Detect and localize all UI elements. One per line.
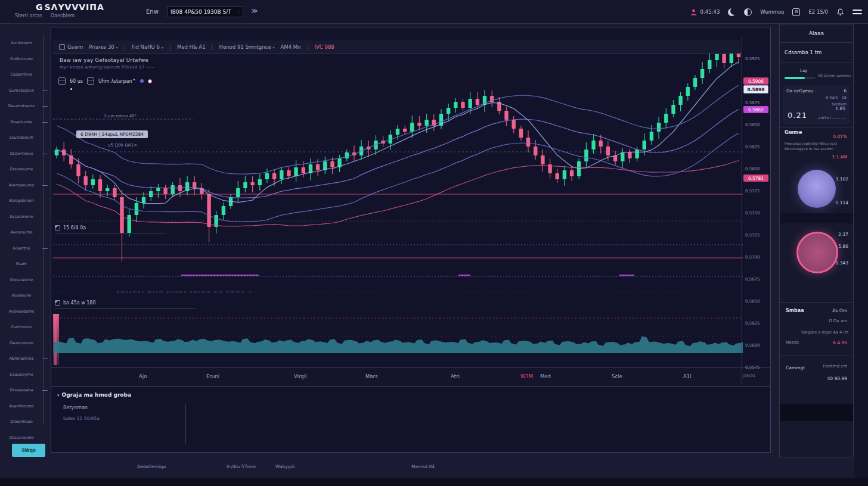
footer-link[interactable]: AedaGemiga — [137, 464, 166, 469]
time-axis-label[interactable]: Mars — [365, 373, 377, 379]
rail-item[interactable]: Casperteve — [0, 72, 43, 77]
time-axis-label[interactable]: A1l — [683, 373, 692, 379]
toolbar-item[interactable]: AM4 Mn — [281, 44, 301, 50]
toolbar-item[interactable]: IVC 988 — [315, 44, 334, 50]
symbol-search-input[interactable]: IB08 4P&50 1930B S/T : — [167, 6, 243, 17]
rail-item[interactable]: Aeowardame — [0, 309, 43, 314]
rail-item[interactable]: Ieyoseyne — [0, 293, 43, 298]
badge-icon[interactable]: G — [792, 8, 800, 16]
rail-item[interactable]: Gxeseaotne — [0, 278, 43, 283]
price-axis-label: 0.5725 — [745, 233, 760, 238]
rail-item[interactable]: Awcanuime — [0, 230, 43, 235]
symbol-search-label: Enw — [146, 8, 159, 15]
toolbar-item[interactable]: Med H& A1 — [177, 44, 206, 50]
rail-item[interactable]: Aeamtrecme — [0, 404, 43, 409]
pink-gauge-value-2: 5.86 — [838, 244, 848, 249]
candlestick-chart[interactable] — [53, 36, 743, 365]
toolbar-item[interactable]: Fid NaHU 6▾ — [132, 44, 163, 50]
indicator-icon-2[interactable] — [87, 77, 94, 85]
time-axis[interactable]: AjoEruniVirgilMarsAtriW7MMedScleA1lJ05/0… — [51, 367, 770, 387]
indicator-label-2: Ufim λstarpan^ — [98, 79, 136, 84]
symbol-search-value: IB08 4P&50 1930B S/T — [170, 9, 231, 15]
rail-item[interactable]: Csetmeute — [0, 325, 43, 330]
chart-tooltip-line2: u5 [J9k 0A1> — [108, 142, 138, 148]
moon-icon[interactable] — [728, 8, 736, 16]
watch-label[interactable]: Wemmoe — [760, 9, 784, 15]
rail-item[interactable]: Esam — [0, 261, 43, 267]
rail-item[interactable]: Orsoweume — [0, 167, 43, 172]
right-sidebar: Alaaa Cdsamba 1 tm Lay A0 Gcmm awsmcs Ga… — [779, 24, 854, 457]
purple-gauge[interactable] — [798, 170, 836, 208]
rail-item[interactable]: Ocowrteove — [0, 151, 43, 157]
sidebar-stat-card[interactable]: Ga ozGyeau 6 9 4am 18 berdam 0.21 1.85 +… — [783, 85, 850, 124]
rail-item[interactable]: Ownecaiene — [0, 341, 43, 346]
price-axis-label: 0.5925 — [745, 57, 760, 61]
toolbar-divider: | — [169, 44, 171, 50]
time-axis-label[interactable]: Atri — [451, 373, 460, 379]
rail-item[interactable]: Leurebsovm — [0, 135, 43, 141]
rail-item[interactable]: Abmnachrea — [0, 356, 43, 362]
user-icon[interactable] — [690, 8, 698, 16]
kebab-menu-icon[interactable]: : — [238, 9, 240, 15]
purple-gauge-value-1: 3.102 — [836, 176, 848, 182]
rail-item[interactable]: Oceasssaba — [0, 388, 43, 393]
indicator-icon-1[interactable] — [58, 77, 66, 85]
time-axis-label[interactable]: Med — [540, 373, 551, 379]
rail-item[interactable]: Pesatturme — [0, 120, 43, 125]
rail-item[interactable]: Dwumetrame — [0, 104, 43, 109]
progress-bar — [785, 77, 816, 79]
rail-item[interactable]: Gcsoetreme — [0, 214, 43, 220]
rail-item[interactable]: Bsrogdenam — [0, 198, 43, 204]
nav-link-1[interactable]: Sterri orcas — [15, 13, 42, 18]
orders-section-title: Smbaa — [786, 308, 804, 313]
bell-icon[interactable] — [836, 8, 844, 16]
divider — [780, 42, 853, 43]
time-axis-label[interactable]: W7M — [520, 373, 533, 379]
time-axis-label[interactable]: Ajo — [139, 373, 147, 379]
bottom-panel-header[interactable]: ▾Ograja ma hmed groba — [57, 392, 131, 398]
rail-item[interactable]: Ivlaettne — [0, 246, 43, 251]
rail-item[interactable]: Gumebssove — [0, 88, 43, 94]
footer-link[interactable]: Mamsd 04 — [411, 464, 435, 469]
sidebar-footer-slot[interactable] — [780, 404, 853, 421]
rail-item[interactable]: Aremateume — [0, 183, 43, 188]
session-time-text: 0:45:43 — [700, 9, 720, 15]
price-badge-pink: 0.5906 — [743, 77, 768, 85]
pink-ring-gauge[interactable] — [796, 232, 838, 273]
time-axis-label[interactable]: Virgil — [294, 373, 306, 379]
price-axis-label: 0.5775 — [745, 189, 760, 194]
flag-icon — [55, 300, 60, 306]
toolbar-item[interactable]: Henod 91 Smntgnce▾ — [219, 44, 275, 50]
bottom-panel-sub1: Betynman — [63, 405, 88, 410]
hamburger-menu-icon[interactable] — [852, 10, 862, 14]
indicator-legend-row: 60 us Ufim λstarpan^ — [58, 77, 152, 85]
nav-link-2[interactable]: Oaecblem — [51, 13, 75, 18]
divider — [780, 127, 853, 127]
price-axis[interactable]: 0.59250.59000.58750.58500.58250.58000.57… — [742, 36, 770, 385]
logo-mark-icon: G — [36, 2, 44, 12]
chart-tooltip: 6 D94H | S4apuL NP0M2284 — [76, 130, 148, 138]
level-chip-2[interactable]: ba 45a w 180 — [55, 300, 195, 309]
footer-link[interactable]: 0-/4tu 57mm — [227, 464, 256, 469]
sidebar-subtitle[interactable]: Cdsamba 1 tm — [785, 49, 822, 55]
price-axis-label: 0.5700 — [745, 255, 760, 260]
toolbar-item[interactable]: Priares 30▾ — [89, 44, 118, 50]
rail-item[interactable]: Oesssrweme — [0, 435, 43, 441]
rail-item[interactable]: Ascrkoeum — [0, 40, 43, 46]
time-axis-label[interactable]: Scle — [612, 373, 622, 379]
chart-symbol-title: Baw iaw yay Gefaotayal Urtwfwe — [60, 57, 155, 63]
level-chip-1[interactable]: 15.6/4 0a — [55, 225, 165, 233]
rail-item[interactable]: Ovtbecuere — [0, 57, 43, 62]
theme-contrast-icon[interactable] — [744, 8, 752, 16]
rail-item[interactable]: Ditosrmeae — [0, 419, 43, 425]
footer-link[interactable]: Wabygdi — [275, 464, 294, 469]
caret-down-icon: ▾ — [273, 45, 275, 49]
sidebar-title: Alaaa — [780, 30, 853, 36]
toolbar-item[interactable]: Gswm — [59, 44, 83, 50]
app-logo[interactable]: GSΛYVVVIΠA — [36, 2, 104, 12]
time-axis-label[interactable]: Eruni — [206, 373, 219, 379]
rail-item[interactable]: Ceassleyme — [0, 372, 43, 378]
expand-chevrons-icon[interactable]: ≫ — [251, 7, 258, 15]
bottom-info-panel: ▾Ograja ma hmed groba Betynman balex 11 … — [51, 387, 770, 452]
rail-action-button[interactable]: SWqo — [12, 444, 45, 457]
